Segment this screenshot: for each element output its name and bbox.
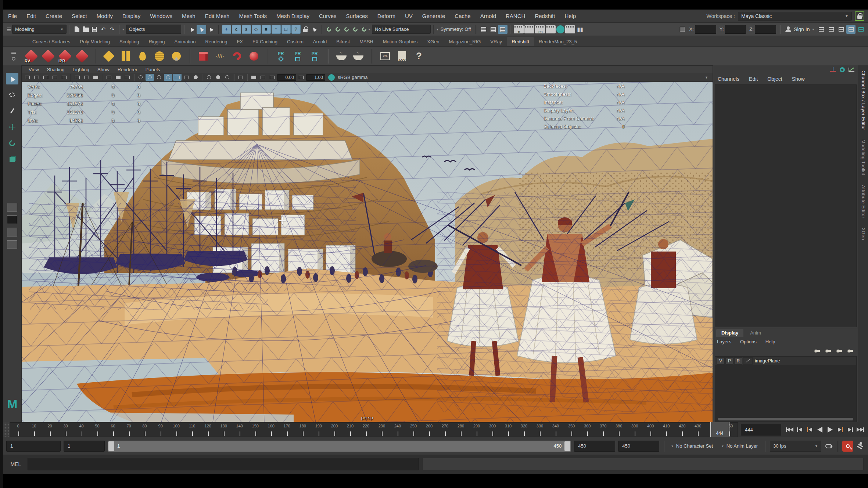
select-hierarchy-button[interactable] (187, 25, 197, 34)
step-forward-key-button[interactable] (836, 426, 845, 433)
symmetry-arrow-icon[interactable]: ▾ (437, 28, 438, 31)
resolution-gate-icon[interactable] (92, 74, 100, 81)
channel-box-menu-item[interactable]: Edit (749, 76, 763, 82)
animation-end-field[interactable]: 450 (618, 441, 659, 452)
snap-to-point-button[interactable]: s (242, 25, 251, 34)
output-connections-button[interactable] (488, 25, 498, 34)
playback-start-field[interactable]: 1 (64, 441, 105, 452)
menu-item[interactable]: RANCH (501, 10, 530, 23)
menu-item[interactable]: Surfaces (341, 10, 373, 23)
grid-toggle-icon[interactable] (73, 74, 82, 81)
lock-selection-button[interactable] (301, 25, 309, 34)
smooth-shade-icon[interactable] (146, 74, 154, 81)
panel-menu-item[interactable]: View (25, 67, 43, 72)
gate-mask-icon[interactable] (105, 74, 113, 81)
menu-item[interactable]: Deform (373, 10, 400, 23)
shelf-tab[interactable]: Curves / Surfaces (28, 37, 75, 46)
ambient-occlusion-icon[interactable] (205, 74, 213, 81)
redshift-pr-convert-button[interactable]: PR (307, 49, 322, 64)
menu-item[interactable]: Help (560, 10, 581, 23)
animation-start-field[interactable]: 1 (6, 441, 61, 452)
workspace-dropdown[interactable]: Maya Classic ▼ (738, 12, 852, 21)
menu-item[interactable]: Windows (145, 10, 177, 23)
selection-mask-arrow-icon[interactable]: ▾ (122, 28, 124, 31)
live-surface-field[interactable]: No Live Surface (372, 25, 431, 34)
single-pane-layout-button[interactable] (7, 203, 17, 212)
shelf-gear-icon[interactable] (12, 57, 15, 61)
panel-menu-item[interactable]: Shading (43, 67, 69, 72)
redshift-bake-button[interactable] (334, 49, 349, 64)
field-chart-icon[interactable] (114, 74, 122, 81)
2d-pan-zoom-icon[interactable] (60, 74, 68, 81)
viewport-canvas[interactable]: Verts: 75705 0 0 Edges: 220056 0 0 (22, 82, 713, 422)
redshift-volume-button[interactable] (247, 49, 261, 64)
open-scene-button[interactable] (82, 25, 90, 34)
playback-loop-button[interactable] (825, 442, 833, 451)
step-forward-frame-button[interactable] (846, 426, 855, 433)
paint-select-tool-button[interactable] (6, 105, 18, 117)
playback-end-field[interactable]: 450 (574, 441, 615, 452)
snap-to-projected-center-button[interactable]: ◇ (252, 25, 261, 34)
save-scene-button[interactable] (90, 25, 98, 34)
render-settings-button[interactable] (546, 25, 556, 33)
panel-menu-item[interactable]: Panels (141, 67, 164, 72)
workspace-lock-button[interactable] (855, 11, 864, 21)
shelf-tab[interactable]: Arnold (308, 37, 332, 46)
menu-item[interactable]: Arnold (476, 10, 501, 23)
panel-menu-item[interactable]: Show (93, 67, 114, 72)
attribute-editor-toggle[interactable] (836, 25, 846, 34)
channel-box-menu-item[interactable]: Show (792, 76, 810, 82)
snap-to-grid-button[interactable]: + (222, 25, 231, 34)
character-set-dropdown[interactable]: ▾ No Character Set (668, 443, 716, 449)
snap-extra-button[interactable]: □ (281, 25, 291, 34)
fps-dropdown[interactable]: 30 fps ▼ (770, 441, 821, 452)
symmetry-setting[interactable]: Symmetry: Off (441, 26, 471, 32)
range-start-handle[interactable] (108, 441, 114, 451)
redshift-ipr-button[interactable]: IPR (58, 49, 72, 64)
graph-icon[interactable] (849, 68, 854, 72)
menu-item[interactable]: Create (41, 10, 67, 23)
menu-item[interactable]: Edit Mesh (200, 10, 234, 23)
anim-layer-dropdown[interactable]: ▾ No Anim Layer (719, 443, 761, 449)
colorspace-dropdown[interactable]: sRGB gamma (338, 75, 368, 80)
highlight-selection-button[interactable] (310, 25, 318, 34)
redshift-render-sequence-button[interactable] (41, 49, 55, 64)
z-coordinate-input[interactable] (755, 25, 776, 34)
flat-shade-icon[interactable] (155, 74, 163, 81)
redshift-ies-light-button[interactable] (135, 49, 150, 64)
range-end-handle[interactable] (564, 441, 570, 451)
shelf-menu-icon[interactable] (11, 52, 16, 55)
layer-playback-toggle[interactable]: P (725, 357, 734, 365)
layer-editor-menu-item[interactable]: Help (765, 339, 775, 344)
statusline-group-toggle-icon[interactable] (7, 28, 11, 31)
four-pane-layout-button[interactable] (7, 215, 17, 224)
construction-history-magnet-2[interactable] (334, 25, 342, 34)
shelf-tab[interactable]: Poly Modeling (75, 37, 115, 46)
redshift-portal-light-button[interactable] (118, 49, 133, 64)
redshift-log-button[interactable]: .LOG (395, 49, 409, 64)
select-component-mode-button[interactable] (206, 25, 216, 34)
channel-box-toggle[interactable] (856, 25, 865, 34)
redshift-shader-editor-button[interactable]: </> (378, 49, 392, 64)
image-plane-icon[interactable] (51, 74, 59, 81)
layer-editor-tab[interactable]: Display (716, 329, 743, 337)
shelf-tab[interactable]: FX (232, 37, 248, 46)
menu-item[interactable]: Redshift (530, 10, 560, 23)
x-coordinate-input[interactable] (695, 25, 716, 34)
redshift-render-settings-button[interactable] (75, 49, 89, 64)
colorspace-arrow-icon[interactable]: ▼ (705, 76, 708, 79)
menu-set-dropdown[interactable]: Modeling ▼ (12, 25, 67, 34)
step-back-frame-button[interactable] (795, 426, 804, 433)
layer-row[interactable]: V P R imagePlane (715, 357, 856, 365)
shelf-tab[interactable]: Sculpting (115, 37, 144, 46)
layer-reference-toggle[interactable]: R (734, 357, 742, 365)
panel-menu-item[interactable]: Renderer (114, 67, 141, 72)
snap-to-view-plane-button[interactable]: ■ (262, 25, 271, 34)
menu-item[interactable]: Mesh Display (272, 10, 314, 23)
undo-button[interactable]: ↶ (99, 25, 107, 34)
sidebar-tab[interactable]: XGen (861, 228, 866, 240)
modeling-toolkit-toggle[interactable] (817, 25, 826, 34)
exposure-icon[interactable] (268, 74, 276, 81)
shelf-tab[interactable]: Redshift (507, 37, 534, 46)
move-layer-down-icon[interactable] (825, 349, 831, 353)
